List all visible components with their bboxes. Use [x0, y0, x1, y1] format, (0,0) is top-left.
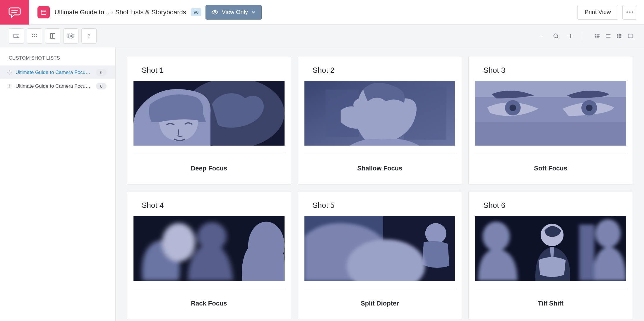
shot-caption: Rack Focus — [133, 300, 285, 307]
grid-small-icon — [616, 33, 623, 39]
minus-icon — [538, 33, 544, 39]
svg-rect-24 — [597, 35, 599, 35]
sidebar-item-shotlist-1[interactable]: Ultimate Guide to Camera Focus in... 6 — [0, 79, 115, 93]
chevron-right-icon: › — [111, 8, 113, 16]
shot-card-3[interactable]: Shot 3 — [468, 56, 633, 185]
svg-rect-33 — [620, 34, 621, 35]
shot-image — [475, 216, 626, 281]
shot-card-6[interactable]: Shot 6 — [468, 191, 633, 320]
svg-point-55 — [586, 105, 593, 111]
dots-horizontal-icon — [626, 11, 633, 13]
version-badge[interactable]: v0 — [191, 8, 202, 16]
svg-point-67 — [595, 219, 621, 248]
svg-rect-36 — [620, 35, 621, 37]
shot-title: Shot 3 — [483, 66, 626, 75]
shot-image — [304, 216, 455, 281]
aspect-tool-button[interactable] — [9, 28, 24, 44]
chat-bubble-icon — [8, 5, 22, 19]
svg-rect-31 — [617, 34, 618, 35]
print-view-button[interactable]: Print View — [577, 5, 618, 20]
columns-icon — [49, 32, 56, 39]
breadcrumb-project[interactable]: Ultimate Guide to .. — [54, 8, 109, 16]
plus-icon — [567, 33, 574, 39]
svg-rect-68 — [579, 225, 595, 281]
toolbar-divider — [583, 32, 583, 40]
shot-image — [475, 81, 626, 146]
view-filmstrip-button[interactable] — [626, 31, 635, 41]
gear-icon — [67, 32, 74, 39]
card-divider — [133, 289, 285, 289]
shot-card-5[interactable]: Shot 5 — [298, 191, 462, 320]
svg-rect-25 — [595, 36, 597, 37]
svg-point-63 — [425, 223, 446, 244]
svg-rect-39 — [620, 37, 621, 38]
eye-icon — [212, 9, 218, 15]
svg-point-66 — [483, 222, 510, 251]
shot-card-4[interactable]: Shot 4 — [127, 191, 291, 320]
shot-card-1[interactable]: Shot 1 — [127, 56, 291, 185]
svg-rect-56 — [475, 122, 626, 146]
svg-rect-10 — [32, 36, 33, 37]
magnifier-icon — [553, 33, 559, 39]
svg-point-53 — [510, 105, 516, 111]
view-list-button[interactable] — [604, 31, 613, 41]
app-header: Ultimate Guide to .. › Shot Lists & Stor… — [0, 0, 644, 25]
svg-rect-12 — [36, 36, 37, 37]
sidebar: CUSTOM SHOT LISTS Ultimate Guide to Came… — [0, 47, 116, 321]
document-icon[interactable] — [37, 6, 50, 18]
card-divider — [475, 289, 626, 289]
card-divider — [304, 289, 455, 289]
shot-title: Shot 6 — [483, 201, 626, 210]
view-only-label: View Only — [222, 9, 248, 15]
shot-card-2[interactable]: Shot 2 — [298, 56, 462, 185]
svg-rect-11 — [34, 36, 35, 37]
more-menu-button[interactable] — [622, 5, 637, 20]
toolbar: ? — [0, 25, 644, 47]
brand-logo[interactable] — [0, 0, 29, 25]
list-icon — [605, 33, 612, 39]
storyboard-content: Shot 1 — [116, 47, 644, 321]
help-tool-button[interactable]: ? — [81, 28, 97, 44]
svg-rect-37 — [617, 37, 618, 38]
shot-image — [133, 81, 285, 146]
svg-point-15 — [70, 35, 72, 37]
sidebar-item-shotlist-0[interactable]: Ultimate Guide to Camera Focus i... 6 — [0, 65, 115, 79]
svg-rect-9 — [36, 34, 37, 35]
breadcrumb-page[interactable]: Shot Lists & Storyboards — [115, 8, 186, 16]
svg-rect-27 — [597, 37, 599, 37]
svg-point-4 — [214, 11, 216, 13]
svg-text:?: ? — [88, 33, 90, 39]
shot-caption: Split Diopter — [304, 300, 455, 307]
svg-point-58 — [162, 223, 195, 261]
filmstrip-icon — [627, 33, 634, 39]
svg-rect-8 — [34, 34, 35, 35]
shot-title: Shot 2 — [313, 66, 455, 75]
settings-tool-button[interactable] — [63, 28, 78, 44]
svg-rect-34 — [617, 35, 618, 37]
svg-point-59 — [198, 222, 227, 251]
chevron-down-icon — [251, 10, 256, 14]
zoom-reset-button[interactable] — [551, 31, 561, 41]
view-list-detail-button[interactable] — [592, 31, 602, 41]
view-only-button[interactable]: View Only — [205, 5, 262, 20]
sidebar-item-count: 6 — [96, 69, 107, 76]
list-detail-icon — [594, 33, 600, 39]
card-divider — [304, 154, 455, 154]
gear-icon — [7, 84, 12, 89]
svg-point-44 — [9, 85, 10, 87]
breadcrumb: Ultimate Guide to .. › Shot Lists & Stor… — [54, 8, 201, 16]
zoom-out-button[interactable] — [537, 31, 546, 41]
grid-tool-button[interactable] — [27, 28, 42, 44]
shot-image — [304, 81, 455, 146]
shot-caption: Deep Focus — [133, 165, 285, 172]
svg-rect-32 — [619, 34, 620, 35]
view-grid-button[interactable] — [615, 31, 624, 41]
columns-tool-button[interactable] — [45, 28, 60, 44]
card-divider — [133, 154, 285, 154]
sidebar-item-label: Ultimate Guide to Camera Focus in... — [16, 83, 93, 89]
shot-caption: Tilt Shift — [475, 300, 626, 307]
shot-title: Shot 4 — [142, 201, 285, 210]
svg-point-18 — [554, 34, 558, 37]
zoom-in-button[interactable] — [566, 31, 575, 41]
shot-caption: Shallow Focus — [304, 165, 455, 172]
